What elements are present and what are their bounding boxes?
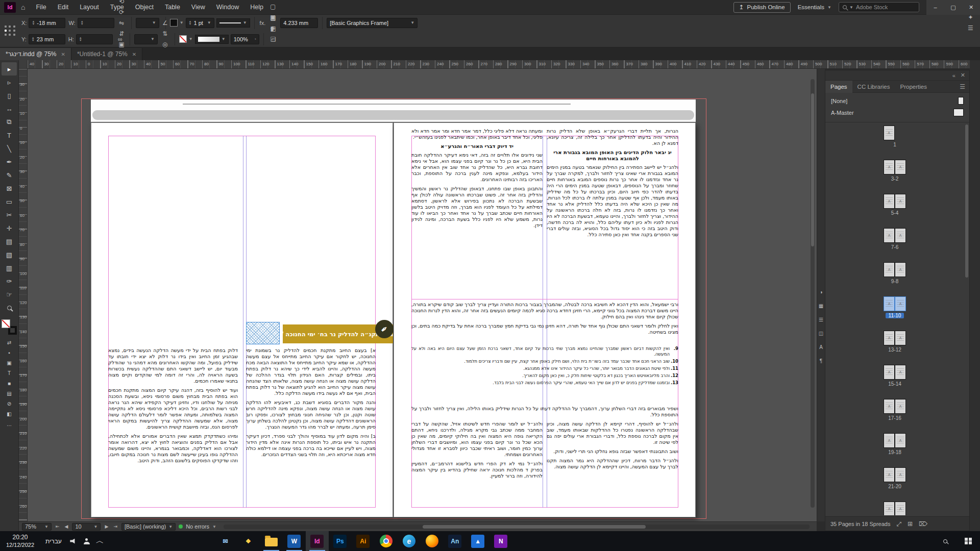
selection-tool[interactable]: ▸ (2, 62, 17, 76)
taskbar-store[interactable]: ❖ (237, 531, 260, 551)
scale-y-field[interactable]: ▼ (134, 34, 158, 44)
adobe-stock-search[interactable]: ▼ Adobe Stock (839, 2, 919, 12)
panel-menu-icon[interactable]: ☰ (955, 83, 969, 90)
spread-item[interactable]: AA11-10 (884, 294, 906, 329)
type-tool[interactable]: T (2, 129, 17, 142)
rotate-cw-button[interactable]: ⟳ (116, 7, 127, 17)
new-spread-button[interactable]: ⊞ (908, 520, 913, 528)
scrollbar-thumb[interactable] (423, 525, 645, 529)
text-frame[interactable]: א] בעצם החיוב מתקנת חכמים להדליק נר בשמו… (246, 347, 376, 508)
first-page-button[interactable]: ⇤ (55, 524, 61, 529)
text-frame[interactable]: ולהנ״ל יש להוסיף, דהרי קיימא לן הדלקה עו… (547, 421, 678, 508)
scrollbar-thumb[interactable] (811, 93, 814, 246)
formatting-container-button[interactable]: ▣ (3, 358, 15, 367)
menu-table[interactable]: Table (159, 0, 186, 15)
taskbar-indesign[interactable]: Id (306, 531, 329, 551)
taskbar-edge[interactable]: e (398, 531, 421, 551)
minimize-button[interactable]: – (926, 0, 944, 15)
preflight-profile-dropdown[interactable]: [Basic] (working)▼ (121, 523, 176, 531)
menu-edit[interactable]: Edit (52, 0, 75, 15)
quick-apply-button[interactable]: ✦ (965, 12, 976, 23)
stroke-panel-icon[interactable]: ☰ (818, 316, 825, 323)
document-canvas[interactable]: בגדרי תקנ״ה להדליק נר בח׳ ימי החנוכה // … (28, 69, 817, 521)
y-position-field[interactable]: ▲▼23 mm (29, 34, 65, 44)
vertical-ruler[interactable]: 3020100102030405060708090100110120130140… (19, 69, 28, 521)
taskbar-onenote[interactable]: N (489, 531, 512, 551)
panel-tab-properties[interactable]: Properties (895, 81, 932, 93)
fill-stroke-cluster[interactable] (2, 319, 17, 335)
x-position-field[interactable]: ▲▼-18 mm (29, 18, 65, 28)
screen-mode-button[interactable]: ◧ (3, 409, 15, 418)
master-item[interactable]: A-Master (825, 107, 969, 118)
menu-view[interactable]: View (186, 0, 211, 15)
panel-tab-cc-libraries[interactable]: CC Libraries (852, 81, 895, 93)
height-field[interactable]: ▲▼ (76, 34, 113, 44)
spread-item[interactable]: AA7-6 (884, 226, 906, 260)
last-page-button[interactable]: ⇥ (112, 524, 118, 529)
taskbar-animate[interactable]: An (444, 531, 467, 551)
fill-swatch[interactable] (2, 319, 10, 328)
document-tab[interactable]: *דינגר.indd @ 75%✕ (0, 48, 71, 60)
gradient-feather-tool[interactable]: ▧ (2, 248, 17, 261)
corner-radius-field[interactable]: 4.233 mm (280, 18, 318, 28)
close-tab-icon[interactable]: ✕ (132, 52, 136, 57)
spread-item[interactable]: AA17-16 (884, 397, 906, 431)
menu-layout[interactable]: Layout (74, 0, 105, 15)
taskbar-search-button[interactable] (934, 531, 957, 551)
paragraph-panel-icon[interactable]: ¶ (818, 357, 825, 364)
taskbar-photoshop[interactable]: Ps (329, 531, 352, 551)
panel-tab-pages[interactable]: Pages (825, 81, 852, 93)
close-tab-icon[interactable]: ✕ (61, 52, 65, 57)
eyedropper-tool[interactable]: ✑ (2, 274, 17, 288)
shear-angle-icon[interactable]: ∠ (160, 18, 170, 29)
spread-item[interactable]: AA15-14 (884, 363, 906, 397)
document-tab[interactable]: *Untitled-1 @ 75%✕ (71, 48, 142, 60)
apply-none-button[interactable]: ⊘ (3, 399, 15, 408)
horizontal-ruler[interactable]: 4030201001020304050607080901001101201301… (28, 60, 970, 69)
flip-horizontal-button[interactable]: ⇋ (116, 17, 127, 28)
keyboard-language-button[interactable]: עברית (40, 538, 67, 545)
zoom-level-dropdown[interactable]: 75%▼ (22, 523, 52, 531)
default-fill-stroke-icon[interactable]: ▪ (3, 348, 15, 357)
taskbar-photos[interactable]: ▲ (467, 531, 489, 551)
spread-item[interactable]: AA9-8 (884, 260, 906, 294)
master-item[interactable]: [None] (825, 95, 969, 107)
color-panel-icon[interactable]: ◑ (818, 288, 825, 295)
width-field[interactable]: ▲▼ (78, 18, 114, 28)
close-panel-icon[interactable]: ✕ (961, 72, 965, 79)
blend-mode-button[interactable]: ▨ (268, 12, 279, 23)
taskbar-file-explorer[interactable] (260, 531, 283, 551)
rectangle-tool[interactable]: ▭ (2, 195, 17, 208)
spread-item[interactable]: AA5-4 (884, 192, 906, 226)
taskbar-chrome[interactable] (375, 531, 398, 551)
opacity-field[interactable]: 100%› (231, 34, 259, 44)
taskbar-illustrator[interactable]: Ai (352, 531, 375, 551)
spread-item[interactable]: AA3-2 (884, 158, 906, 192)
drop-shadow-button[interactable]: ❏ (268, 34, 279, 44)
text-frame[interactable]: ורבי ישמעאל, והוא הדין דהכא לא חשיבא ברכ… (411, 302, 678, 344)
volume-icon[interactable] (67, 531, 80, 551)
rectangle-frame-tool[interactable]: ⊠ (2, 182, 17, 195)
edit-page-size-button[interactable]: ⤢ (896, 520, 901, 528)
taskbar-mail[interactable]: ✉ (214, 531, 237, 551)
spread-item[interactable]: AA23-22 (884, 499, 906, 515)
scale-x-field[interactable]: ▼ (136, 18, 159, 28)
formatting-text-button[interactable]: T (3, 368, 15, 378)
next-page-button[interactable]: ▶ (104, 524, 109, 529)
pen-tool[interactable]: ✒ (2, 155, 17, 168)
character-panel-icon[interactable]: A (818, 343, 825, 350)
scissors-tool[interactable]: ✂ (2, 208, 17, 221)
text-frame[interactable]: דלוק בפתח הבית על ידי מעשה הדלקה הנעשה ב… (108, 347, 238, 508)
ruler-origin[interactable] (19, 60, 28, 69)
workspace-switcher[interactable]: Essentials▼ (798, 4, 831, 10)
gradient-panel-icon[interactable]: ◫ (818, 330, 825, 337)
gradient-swatch-tool[interactable]: ▤ (2, 235, 17, 248)
page-tool[interactable]: ▯ (2, 89, 17, 102)
menu-object[interactable]: Object (130, 0, 159, 15)
maximize-button[interactable]: ▢ (944, 0, 962, 15)
reference-point-proxy[interactable] (5, 26, 16, 37)
more-tools-button[interactable]: … (3, 419, 15, 429)
flip-both-button[interactable]: ⇅ (160, 29, 170, 39)
spread-item[interactable]: A1 (884, 123, 906, 158)
start-button[interactable] (957, 531, 980, 551)
